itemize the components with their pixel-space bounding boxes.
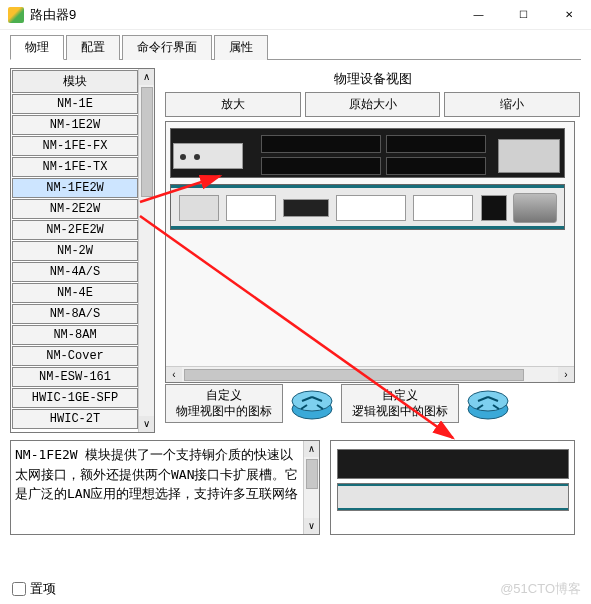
module-item[interactable]: NM-4E [12,283,138,303]
scroll-up-icon[interactable]: ∧ [139,69,154,85]
custom-icon-row: 自定义 物理视图中的图标 自定义 逻辑视图中的图标 [165,384,511,423]
device-hscrollbar[interactable]: ‹ › [166,366,574,382]
pin-label: 置项 [30,580,56,598]
tab-bar: 物理 配置 命令行界面 属性 [10,34,581,60]
module-list-header: 模块 [12,70,138,93]
device-canvas[interactable]: ‹ › [165,121,575,383]
preview-rack-bottom [337,483,569,511]
module-item[interactable]: NM-2FE2W [12,220,138,240]
device-rack-bottom[interactable] [170,184,565,230]
module-item-selected[interactable]: NM-1FE2W [12,178,138,198]
module-item[interactable]: NM-2E2W [12,199,138,219]
description-scrollbar[interactable]: ∧ ∨ [303,441,319,534]
module-slot[interactable] [386,157,486,175]
watermark: @51CTO博客 [500,580,581,598]
custom-logical-icon-button[interactable]: 自定义 逻辑视图中的图标 [341,384,459,423]
scroll-down-icon[interactable]: ∨ [304,518,319,534]
device-block [226,195,276,221]
module-item[interactable]: NM-8AM [12,325,138,345]
label-line1: 自定义 [206,388,242,402]
footer: 置项 [12,580,56,598]
scroll-down-icon[interactable]: ∨ [139,416,154,432]
window-title: 路由器9 [30,6,456,24]
module-list-scrollbar[interactable]: ∧ ∨ [138,69,154,432]
module-item[interactable]: NM-ESW-161 [12,367,138,387]
module-item[interactable]: NM-1FE-TX [12,157,138,177]
tab-cli[interactable]: 命令行界面 [122,35,212,60]
minimize-button[interactable]: — [456,0,501,30]
pin-checkbox[interactable] [12,582,26,596]
power-socket [481,195,507,221]
module-item[interactable]: HWIC-1GE-SFP [12,388,138,408]
device-block [179,195,219,221]
power-switch[interactable] [513,193,557,223]
tab-config[interactable]: 配置 [66,35,120,60]
zoom-original-button[interactable]: 原始大小 [305,92,441,117]
zoom-bar: 放大 原始大小 缩小 [165,92,580,117]
scroll-up-icon[interactable]: ∧ [304,441,319,457]
svg-point-1 [292,391,332,411]
svg-point-3 [468,391,508,411]
app-icon [8,7,24,23]
scroll-thumb[interactable] [184,369,524,381]
tab-properties[interactable]: 属性 [214,35,268,60]
maximize-button[interactable]: ☐ [501,0,546,30]
port-panel [498,139,560,173]
custom-physical-icon-button[interactable]: 自定义 物理视图中的图标 [165,384,283,423]
device-view-title: 物理设备视图 [165,68,580,92]
zoom-in-button[interactable]: 放大 [165,92,301,117]
label-line2: 物理视图中的图标 [176,404,272,418]
window-titlebar: 路由器9 — ☐ ✕ [0,0,591,30]
module-item[interactable]: NM-8A/S [12,304,138,324]
router-icon [465,387,511,421]
close-button[interactable]: ✕ [546,0,591,30]
module-item[interactable]: HWIC-2T [12,409,138,429]
module-item[interactable]: NM-1E [12,94,138,114]
module-list-scroll[interactable]: 模块 NM-1E NM-1E2W NM-1FE-FX NM-1FE-TX NM-… [11,69,139,432]
rack-ear [173,143,243,169]
description-text: NM-1FE2W 模块提供了一个支持铜介质的快速以太网接口，额外还提供两个WAN… [15,445,300,504]
zoom-out-button[interactable]: 缩小 [444,92,580,117]
scroll-thumb[interactable] [141,87,153,197]
module-preview [330,440,575,535]
device-rack-top[interactable] [170,128,565,178]
label-line1: 自定义 [382,388,418,402]
tab-physical[interactable]: 物理 [10,35,64,60]
module-item[interactable]: NM-2W [12,241,138,261]
window-buttons: — ☐ ✕ [456,0,591,30]
module-slot[interactable] [261,157,381,175]
module-item[interactable]: NM-1E2W [12,115,138,135]
preview-rack-top [337,449,569,479]
module-list: 模块 NM-1E NM-1E2W NM-1FE-FX NM-1FE-TX NM-… [10,68,155,433]
router-icon [289,387,335,421]
module-item[interactable]: NM-4A/S [12,262,138,282]
module-item[interactable]: NM-Cover [12,346,138,366]
scroll-left-icon[interactable]: ‹ [166,367,182,383]
scroll-thumb[interactable] [306,459,318,489]
device-block [336,195,406,221]
device-view-panel: 物理设备视图 放大 原始大小 缩小 [165,68,580,383]
module-slot[interactable] [261,135,381,153]
scroll-right-icon[interactable]: › [558,367,574,383]
module-slot[interactable] [386,135,486,153]
module-item[interactable]: NM-1FE-FX [12,136,138,156]
device-block [413,195,473,221]
label-line2: 逻辑视图中的图标 [352,404,448,418]
module-description: NM-1FE2W 模块提供了一个支持铜介质的快速以太网接口，额外还提供两个WAN… [10,440,320,535]
device-block [283,199,329,217]
